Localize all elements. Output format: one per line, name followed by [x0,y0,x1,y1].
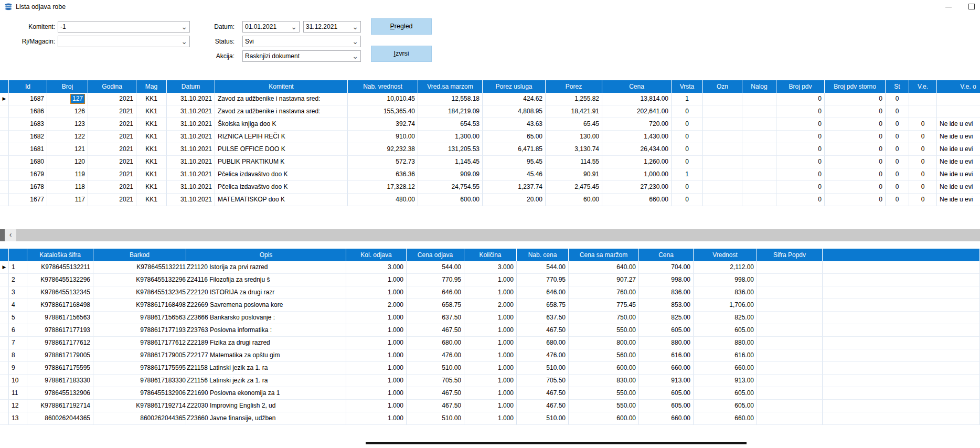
cell[interactable]: 0 [825,93,886,105]
row-indicator-cell[interactable] [0,312,9,324]
cell[interactable]: 0 [825,181,886,194]
column-header[interactable]: Komitent [215,80,348,93]
cell[interactable]: 9788617177193 [93,324,186,337]
cell[interactable]: 392.74 [348,118,418,131]
cell[interactable]: Z22030 Improving English 2, ud [186,400,346,412]
cell[interactable]: 24,754.55 [418,181,483,194]
cell[interactable]: 0 [672,156,703,168]
column-header[interactable]: Broj pdv storno [825,80,886,93]
cell[interactable]: 1 [672,168,703,181]
cell[interactable]: 1686 [9,105,47,118]
cell[interactable]: 605.00 [694,324,757,337]
cell[interactable] [909,105,937,118]
cell[interactable]: RIZNICA LEPIH REČI K [215,131,348,143]
cell[interactable]: 3 [9,286,27,299]
cell[interactable]: 0 [825,194,886,206]
cell[interactable]: 467.50 [517,387,569,400]
column-header[interactable]: Cena [639,249,694,261]
cell[interactable]: 825.00 [694,312,757,324]
cell[interactable]: 605.00 [639,400,694,412]
rj-magacin-select[interactable]: ⌄ [58,36,190,47]
cell[interactable]: Z23763 Poslovna informatika : [186,324,346,337]
column-header[interactable]: Opis [186,249,346,261]
cell[interactable]: 775.45 [569,299,639,312]
cell[interactable]: 1.000 [346,400,407,412]
cell[interactable] [823,312,980,324]
cell[interactable]: 0 [672,118,703,131]
cell[interactable]: Ne ide u evi [937,168,980,181]
column-header[interactable]: Cena [602,80,672,93]
cell[interactable] [742,105,776,118]
cell[interactable]: 31.10.2021 [167,118,215,131]
cell[interactable] [823,337,980,349]
cell[interactable]: 127 [47,93,88,105]
cell[interactable] [823,299,980,312]
cell[interactable]: 1.000 [464,362,517,375]
cell[interactable]: 0 [909,143,937,156]
cell[interactable]: 130.00 [546,131,602,143]
cell[interactable]: 720.00 [602,118,672,131]
cell[interactable]: 636.36 [348,168,418,181]
cell[interactable]: 9788617175595 [93,362,186,375]
cell[interactable]: 658.75 [517,299,569,312]
cell[interactable] [823,362,980,375]
cell[interactable]: 1.000 [346,412,407,425]
cell[interactable]: 202,641.00 [602,105,672,118]
cell[interactable] [937,93,980,105]
cell[interactable]: 605.00 [639,324,694,337]
cell[interactable] [703,168,742,181]
row-indicator-cell[interactable] [0,274,9,286]
cell[interactable]: 467.50 [517,400,569,412]
cell[interactable]: 1.000 [346,362,407,375]
cell[interactable]: 1682 [9,131,47,143]
cell[interactable]: 1,706.00 [694,299,757,312]
cell[interactable]: 0 [886,131,909,143]
akcija-select[interactable]: Rasknjizi dokument ⌄ [242,50,361,62]
cell[interactable]: 2021 [88,105,136,118]
cell[interactable]: 476.00 [517,349,569,362]
cell[interactable]: 45.46 [483,168,546,181]
cell[interactable]: 600.00 [418,194,483,206]
current-row-indicator-icon[interactable]: ▶ [0,261,9,274]
cell[interactable]: 544.00 [407,261,464,274]
cell[interactable]: 1,145.45 [418,156,483,168]
cell[interactable] [823,274,980,286]
cell[interactable]: 0 [825,143,886,156]
row-indicator-cell[interactable] [0,299,9,312]
cell[interactable]: 907.27 [569,274,639,286]
cell[interactable] [823,400,980,412]
cell[interactable]: 0 [672,143,703,156]
row-indicator-cell[interactable] [0,349,9,362]
column-header[interactable]: Datum [167,80,215,93]
cell[interactable]: 600.00 [569,412,639,425]
column-header[interactable]: Broj pdv [776,80,825,93]
cell[interactable]: 4,808.95 [483,105,546,118]
cell[interactable]: 910.00 [348,131,418,143]
row-indicator-cell[interactable] [0,105,9,118]
cell[interactable]: 800.00 [569,337,639,349]
cell[interactable]: 646.00 [407,286,464,299]
cell[interactable]: 560.00 [569,349,639,362]
cell[interactable]: KK1 [136,194,167,206]
horizontal-scrollbar[interactable]: ‹ [0,229,980,241]
cell[interactable] [703,143,742,156]
cell[interactable]: 467.50 [517,324,569,337]
cell[interactable]: 836.00 [639,286,694,299]
cell[interactable]: 1.000 [346,349,407,362]
cell[interactable]: 1683 [9,118,47,131]
cell[interactable]: 155,365.40 [348,105,418,118]
cell[interactable] [742,181,776,194]
cell[interactable]: 31.10.2021 [167,143,215,156]
column-header[interactable] [823,249,980,261]
cell[interactable]: 6,471.85 [483,143,546,156]
cell[interactable]: 637.50 [407,312,464,324]
cell[interactable] [823,375,980,387]
cell[interactable]: 770.95 [517,274,569,286]
cell[interactable]: 510.00 [407,412,464,425]
cell[interactable]: 1.000 [346,375,407,387]
bottom-scrollbar-thumb[interactable] [366,442,747,444]
cell[interactable]: 998.00 [694,274,757,286]
cell[interactable]: PUBLIK PRAKTIKUM K [215,156,348,168]
column-header[interactable]: Nalog [742,80,776,93]
cell[interactable]: Z22669 Savremena poslovna kore [186,299,346,312]
